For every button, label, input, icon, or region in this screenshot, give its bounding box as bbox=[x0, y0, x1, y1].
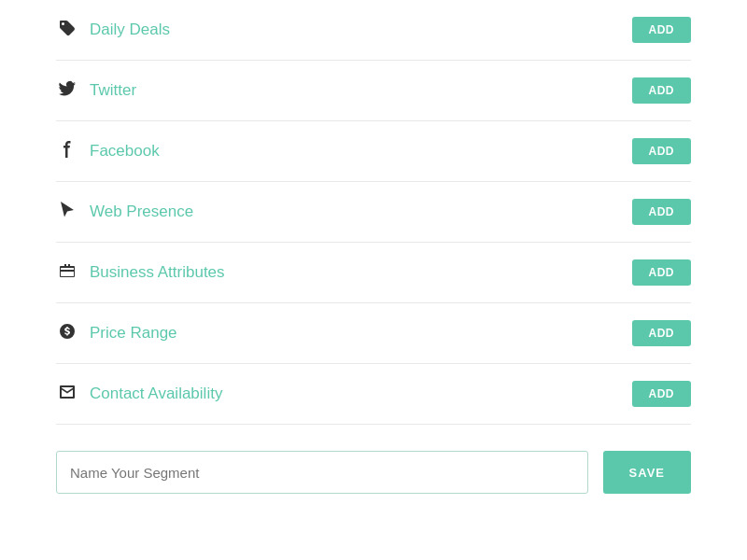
briefcase-icon bbox=[56, 261, 78, 285]
row-left-twitter: Twitter bbox=[56, 79, 136, 103]
twitter-icon bbox=[56, 79, 78, 103]
row-label-daily-deals[interactable]: Daily Deals bbox=[90, 21, 170, 39]
row-left-price-range: Price Range bbox=[56, 322, 177, 345]
row-left-facebook: Facebook bbox=[56, 140, 160, 163]
row-label-web-presence[interactable]: Web Presence bbox=[90, 203, 193, 221]
add-button-business-attributes[interactable]: ADD bbox=[632, 259, 692, 286]
row-web-presence: Web PresenceADD bbox=[56, 182, 691, 243]
add-button-price-range[interactable]: ADD bbox=[632, 320, 692, 346]
row-facebook: FacebookADD bbox=[56, 121, 691, 182]
add-button-twitter[interactable]: ADD bbox=[632, 77, 692, 104]
segment-name-input[interactable] bbox=[56, 451, 588, 494]
cursor-icon bbox=[56, 201, 78, 224]
row-label-business-attributes[interactable]: Business Attributes bbox=[90, 263, 225, 282]
row-left-daily-deals: Daily Deals bbox=[56, 19, 170, 42]
row-label-facebook[interactable]: Facebook bbox=[90, 142, 160, 161]
add-button-web-presence[interactable]: ADD bbox=[632, 199, 692, 225]
row-left-business-attributes: Business Attributes bbox=[56, 261, 225, 285]
add-button-contact-availability[interactable]: ADD bbox=[632, 381, 692, 407]
row-contact-availability: Contact AvailabilityADD bbox=[56, 364, 691, 425]
row-daily-deals: Daily DealsADD bbox=[56, 0, 691, 61]
envelope-icon bbox=[56, 383, 78, 406]
save-button[interactable]: SAVE bbox=[603, 451, 691, 494]
row-label-price-range[interactable]: Price Range bbox=[90, 324, 177, 343]
bottom-bar: SAVE bbox=[56, 451, 691, 494]
row-left-contact-availability: Contact Availability bbox=[56, 383, 222, 406]
row-business-attributes: Business AttributesADD bbox=[56, 243, 691, 303]
main-container: Daily DealsADD TwitterADD FacebookADD We… bbox=[56, 0, 691, 494]
add-button-daily-deals[interactable]: ADD bbox=[632, 17, 692, 43]
row-twitter: TwitterADD bbox=[56, 61, 691, 121]
row-label-twitter[interactable]: Twitter bbox=[90, 81, 136, 100]
add-button-facebook[interactable]: ADD bbox=[632, 138, 692, 164]
tag-icon bbox=[56, 19, 78, 42]
facebook-icon bbox=[56, 140, 78, 163]
row-left-web-presence: Web Presence bbox=[56, 201, 193, 224]
money-icon bbox=[56, 322, 78, 345]
row-label-contact-availability[interactable]: Contact Availability bbox=[90, 385, 222, 403]
row-price-range: Price RangeADD bbox=[56, 303, 691, 364]
rows-container: Daily DealsADD TwitterADD FacebookADD We… bbox=[56, 0, 691, 425]
